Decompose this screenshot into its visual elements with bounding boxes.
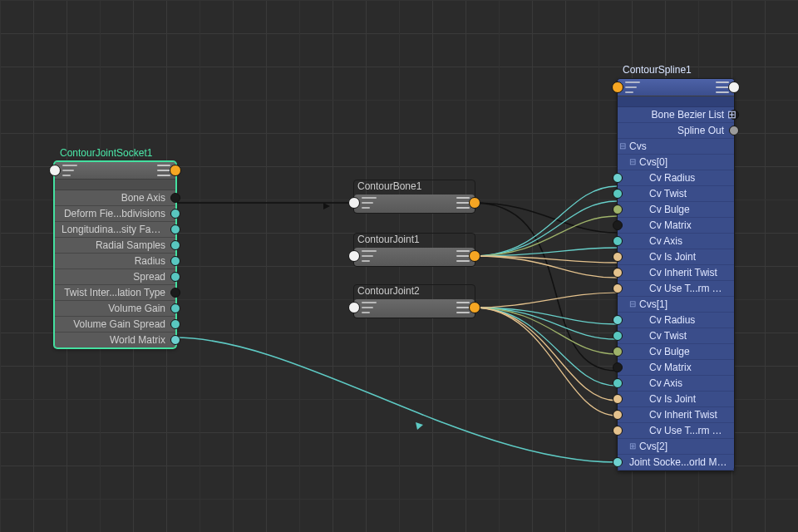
output-port[interactable] bbox=[170, 288, 180, 298]
stack-icon bbox=[625, 81, 640, 93]
stack-icon bbox=[362, 302, 377, 313]
attribute-label: Bone Bezier List bbox=[624, 107, 724, 122]
input-port[interactable] bbox=[613, 268, 623, 278]
attribute-row[interactable]: Cv Radius bbox=[618, 170, 734, 186]
node-header-port-out[interactable] bbox=[728, 81, 740, 93]
attribute-label: Cvs[2] bbox=[639, 439, 727, 454]
attribute-row[interactable]: Cvs⊟ bbox=[618, 139, 734, 155]
input-port[interactable] bbox=[613, 362, 623, 372]
attribute-row[interactable]: Deform Fie...bdivisions bbox=[55, 206, 175, 222]
node-header-port-out[interactable] bbox=[469, 250, 480, 262]
node-contour-joint-socket[interactable]: ContourJointSocket1 Bone AxisDeform Fie.… bbox=[54, 161, 176, 348]
attribute-row[interactable]: Cv Use T...rm Twist bbox=[618, 423, 734, 439]
menu-icon[interactable] bbox=[157, 165, 170, 176]
attribute-row[interactable]: Radial Samples bbox=[55, 238, 175, 254]
attribute-row[interactable]: Cv Axis bbox=[618, 376, 734, 392]
input-port[interactable] bbox=[613, 252, 623, 262]
attribute-label: Cv Axis bbox=[649, 376, 727, 391]
attribute-row[interactable]: Cv Radius bbox=[618, 313, 734, 328]
menu-icon[interactable] bbox=[456, 302, 470, 313]
input-port[interactable] bbox=[613, 378, 623, 388]
input-port[interactable] bbox=[613, 204, 623, 214]
attribute-row[interactable]: Cv Twist bbox=[618, 328, 734, 344]
node-header-port-in[interactable] bbox=[348, 250, 360, 262]
node-header-port-in[interactable] bbox=[348, 302, 360, 313]
node-header-port-out[interactable] bbox=[469, 197, 480, 209]
input-port[interactable] bbox=[613, 315, 623, 325]
output-port[interactable] bbox=[170, 272, 180, 282]
input-port[interactable] bbox=[613, 394, 623, 404]
attribute-row[interactable]: Cv Inherit Twist bbox=[618, 265, 734, 281]
attribute-row[interactable]: Cv Is Joint bbox=[618, 392, 734, 407]
node-header[interactable] bbox=[55, 162, 175, 180]
attribute-row[interactable]: Volume Gain bbox=[55, 301, 175, 317]
node-header-port-in[interactable] bbox=[612, 81, 623, 93]
attribute-row[interactable]: Cv Is Joint bbox=[618, 249, 734, 265]
output-port[interactable] bbox=[170, 335, 180, 345]
node-header-port-in[interactable] bbox=[49, 165, 61, 176]
attribute-row[interactable]: Joint Socke...orld Matrix bbox=[618, 455, 734, 470]
input-port[interactable] bbox=[613, 189, 623, 199]
attribute-row[interactable]: Cv Twist bbox=[618, 186, 734, 202]
attribute-row[interactable]: Cv Bulge bbox=[618, 344, 734, 360]
expand-icon[interactable]: ⊞ bbox=[727, 111, 736, 119]
attribute-row[interactable]: Cvs[2]⊞ bbox=[618, 439, 734, 455]
node-header-port-out[interactable] bbox=[170, 165, 181, 176]
attribute-row[interactable]: Cv Inherit Twist bbox=[618, 407, 734, 423]
input-port[interactable] bbox=[613, 220, 623, 230]
node-header[interactable] bbox=[354, 299, 475, 318]
attribute-row[interactable]: Cv Matrix bbox=[618, 218, 734, 234]
node-contour-spline[interactable]: ContourSpline1 Bone Bezier List⊞Spline O… bbox=[617, 78, 735, 471]
attribute-label: Cv Bulge bbox=[649, 202, 727, 217]
node-contour-joint-2[interactable]: ContourJoint2 bbox=[353, 284, 475, 318]
attribute-row[interactable]: Cv Bulge bbox=[618, 202, 734, 218]
attribute-row[interactable]: Radius bbox=[55, 254, 175, 269]
attribute-row[interactable]: Longitudina...sity Factor bbox=[55, 222, 175, 238]
output-port[interactable] bbox=[170, 256, 180, 266]
input-port[interactable] bbox=[613, 331, 623, 341]
attribute-label: Cv Bulge bbox=[649, 344, 727, 359]
node-header-port-in[interactable] bbox=[348, 197, 360, 209]
output-port[interactable] bbox=[170, 193, 180, 203]
node-header-port-out[interactable] bbox=[469, 302, 480, 313]
node-contour-joint-1[interactable]: ContourJoint1 bbox=[353, 233, 475, 267]
output-port[interactable] bbox=[170, 240, 180, 250]
node-header[interactable] bbox=[354, 195, 475, 213]
attribute-label: Cvs[0] bbox=[639, 155, 727, 170]
input-port[interactable] bbox=[613, 410, 623, 420]
attribute-row[interactable]: Spread bbox=[55, 269, 175, 285]
output-port[interactable] bbox=[729, 126, 739, 135]
node-header[interactable] bbox=[354, 248, 475, 266]
node-contour-bone[interactable]: ContourBone1 bbox=[353, 180, 475, 214]
output-port[interactable] bbox=[170, 224, 180, 234]
attribute-row[interactable]: Bone Axis bbox=[55, 190, 175, 206]
attribute-label: Radius bbox=[62, 254, 165, 268]
attribute-label: Cv Matrix bbox=[649, 360, 727, 375]
input-port[interactable] bbox=[613, 173, 623, 183]
attribute-row[interactable]: Cv Matrix bbox=[618, 360, 734, 376]
attribute-label: Volume Gain bbox=[62, 301, 165, 316]
attribute-row[interactable]: Twist Inter...lation Type bbox=[55, 285, 175, 301]
attribute-row[interactable]: Bone Bezier List⊞ bbox=[618, 107, 734, 123]
node-graph-canvas[interactable]: ContourJointSocket1 Bone AxisDeform Fie.… bbox=[0, 0, 798, 532]
input-port[interactable] bbox=[613, 283, 623, 293]
menu-icon[interactable] bbox=[456, 250, 470, 262]
attribute-row[interactable]: Cvs[1]⊟ bbox=[618, 297, 734, 313]
attribute-row[interactable]: World Matrix bbox=[55, 332, 175, 347]
output-port[interactable] bbox=[170, 209, 180, 219]
node-header[interactable] bbox=[618, 79, 734, 96]
attribute-row[interactable]: Cvs[0]⊟ bbox=[618, 155, 734, 170]
output-port[interactable] bbox=[170, 319, 180, 329]
input-port[interactable] bbox=[613, 457, 623, 467]
menu-icon[interactable] bbox=[456, 197, 470, 209]
menu-icon[interactable] bbox=[716, 81, 729, 93]
attribute-row[interactable]: Spline Out bbox=[618, 123, 734, 139]
output-port[interactable] bbox=[170, 303, 180, 313]
attribute-row[interactable]: Cv Use T...rm Twist bbox=[618, 281, 734, 297]
node-title: ContourBone1 bbox=[354, 180, 475, 195]
input-port[interactable] bbox=[613, 426, 623, 436]
attribute-row[interactable]: Cv Axis bbox=[618, 234, 734, 249]
attribute-row[interactable]: Volume Gain Spread bbox=[55, 317, 175, 332]
input-port[interactable] bbox=[613, 236, 623, 246]
input-port[interactable] bbox=[613, 347, 623, 357]
